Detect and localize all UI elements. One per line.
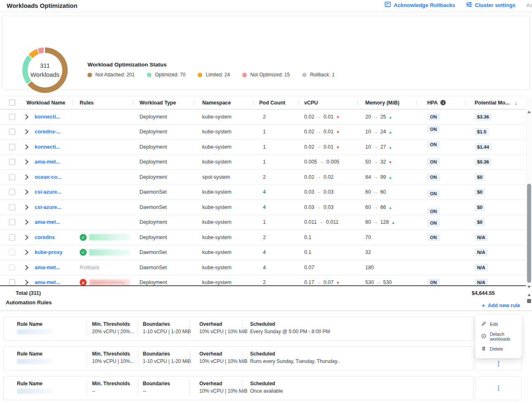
menu-item-delete[interactable]: Delete: [475, 343, 522, 355]
acknowledge-rollbacks-button[interactable]: Acknowledge Rollbacks: [385, 1, 455, 9]
workload-name-link[interactable]: ama-met...: [35, 219, 60, 225]
boundaries-value: 1-10 vCPU | 1-20 MiB: [143, 358, 191, 364]
rule-success-icon: ✓: [80, 249, 87, 256]
vcpu-value: 0.03→0.03: [304, 189, 333, 195]
menu-item-edit[interactable]: Edit: [475, 318, 522, 330]
workload-name-link[interactable]: coredns: [35, 235, 55, 240]
potential-savings-cell: $1.5: [475, 128, 489, 135]
table-row[interactable]: csi-azure... DaemonSet kube-system 4 0.0…: [0, 200, 526, 215]
workload-name-link[interactable]: ocean-co...: [35, 174, 61, 180]
row-checkbox[interactable]: [9, 159, 15, 165]
column-rules[interactable]: Rules: [80, 100, 94, 106]
vcpu-value: 0.1: [304, 249, 311, 255]
workload-name-link[interactable]: csi-azure...: [35, 189, 61, 195]
namespace: kube-system: [202, 159, 232, 165]
overhead-value: 10% vCPU | 10% MiB: [199, 388, 248, 394]
table-body: konnecti... Deployment kube-system 2 0.0…: [0, 109, 526, 290]
row-checkbox[interactable]: [9, 189, 15, 195]
column-hpa[interactable]: HPA: [427, 100, 446, 106]
column-workload-name[interactable]: Workload Name: [26, 100, 65, 106]
top-actions: Acknowledge Rollbacks Cluster settings A…: [385, 1, 532, 9]
row-checkbox[interactable]: [9, 234, 15, 240]
workload-name-link[interactable]: ama-met...: [35, 159, 60, 165]
workload-name-link[interactable]: coredns-...: [35, 129, 61, 135]
table-row[interactable]: ama-met... Deployment kube-system 1 0.01…: [0, 215, 526, 230]
select-all-checkbox[interactable]: [9, 100, 15, 106]
workload-name-link[interactable]: konnecti...: [35, 114, 60, 120]
expand-chevron-icon[interactable]: [24, 130, 28, 134]
table-scrollbar-thumb[interactable]: [527, 184, 531, 283]
column-potential-savings[interactable]: Potential Mo...↓: [475, 100, 517, 106]
row-checkbox[interactable]: [9, 280, 15, 286]
cluster-settings-button[interactable]: Cluster settings: [466, 2, 515, 9]
row-checkbox[interactable]: [9, 114, 15, 120]
table-row[interactable]: konnecti... Deployment kube-system 2 0.0…: [0, 109, 526, 125]
row-checkbox[interactable]: [9, 129, 15, 135]
add-new-rule-button[interactable]: + Add new rule: [482, 302, 520, 308]
hpa-cell: ON: [427, 190, 440, 197]
kebab-menu-icon[interactable]: [498, 386, 499, 391]
expand-chevron-icon[interactable]: [24, 175, 28, 179]
total-label: Total (311): [16, 290, 41, 296]
legend-dot: [147, 73, 151, 77]
kebab-menu-icon[interactable]: [498, 361, 499, 367]
expand-chevron-icon[interactable]: [24, 220, 28, 224]
workload-name-link[interactable]: ama-met...: [35, 280, 60, 285]
expand-chevron-icon[interactable]: [24, 145, 28, 149]
rule-name-redacted: [89, 279, 130, 286]
automation-rules-title: Automation Rules: [6, 299, 52, 306]
expand-chevron-icon[interactable]: [24, 251, 28, 254]
column-pod-count[interactable]: Pod Count: [259, 100, 285, 106]
table-row[interactable]: csi-azure... DaemonSet kube-system 4 0.0…: [0, 185, 526, 200]
scheduled-value: Once available: [250, 388, 283, 394]
column-memory[interactable]: Memory (MiB): [365, 100, 400, 106]
hpa-cell: ON: [427, 208, 440, 215]
overhead-label: Overhead: [199, 321, 222, 327]
row-checkbox[interactable]: [9, 249, 15, 256]
legend-dot: [242, 73, 247, 77]
legend-dot: [198, 73, 202, 77]
hpa-cell: ON: [427, 158, 440, 166]
table-row[interactable]: coredns ✓ Deployment kube-system 2 0.1 7…: [0, 230, 526, 245]
workload-name-link[interactable]: konnecti...: [35, 144, 60, 150]
scroll-up-arrow[interactable]: [527, 294, 531, 296]
workload-name-link[interactable]: kube-proxy: [35, 249, 62, 255]
row-checkbox[interactable]: [9, 219, 15, 225]
automation-rule-card: Rule Name Min. Thresholds -- Boundaries …: [3, 376, 474, 400]
expand-chevron-icon[interactable]: [24, 160, 28, 164]
expand-chevron-icon[interactable]: [24, 115, 28, 119]
table-row[interactable]: ama-met... Rollback DaemonSet kube-syste…: [0, 260, 526, 275]
expand-chevron-icon[interactable]: [24, 235, 28, 239]
expand-chevron-icon[interactable]: [24, 190, 28, 194]
column-workload-type[interactable]: Workload Type: [140, 100, 176, 106]
expand-chevron-icon[interactable]: [24, 205, 28, 209]
scroll-down-arrow[interactable]: [527, 286, 531, 288]
workload-name-link[interactable]: ama-met...: [35, 265, 60, 270]
rules-scrollbar-thumb[interactable]: [527, 299, 531, 303]
table-row[interactable]: konnecti... Deployment kube-system 1 0.0…: [0, 140, 526, 155]
info-icon[interactable]: [440, 100, 446, 105]
boundaries-value: --: [143, 388, 146, 394]
column-vcpu[interactable]: vCPU: [304, 100, 318, 106]
potential-savings-badge: $0: [475, 188, 485, 196]
table-row[interactable]: ocean-co... Deployment spot-system 2 0.0…: [0, 170, 526, 185]
menu-item-detach-workloads[interactable]: Detach workloads: [475, 330, 522, 343]
row-checkbox[interactable]: [9, 204, 15, 210]
expand-chevron-icon[interactable]: [24, 266, 28, 269]
row-checkbox[interactable]: [9, 144, 15, 150]
vcpu-value: 0.011→0.011: [304, 219, 338, 225]
workload-name-link[interactable]: csi-azure...: [35, 204, 61, 210]
rule-cell: ✓: [80, 249, 130, 256]
table-row[interactable]: ama-met... Deployment kube-system 1 0.00…: [0, 155, 526, 170]
row-checkbox[interactable]: [9, 264, 15, 270]
table-row[interactable]: coredns-... Deployment kube-system 1 0.0…: [0, 125, 526, 140]
hpa-cell: ON: [427, 219, 440, 227]
table-row[interactable]: kube-proxy ✓ DaemonSet kube-system 4 0.1…: [0, 245, 526, 261]
row-checkbox[interactable]: [9, 174, 15, 180]
namespace: kube-system: [202, 144, 232, 150]
scroll-up-arrow[interactable]: [527, 111, 531, 113]
table-header: Workload Name Rules Workload Type Namesp…: [0, 96, 526, 110]
expand-chevron-icon[interactable]: [24, 281, 28, 284]
column-namespace[interactable]: Namespace: [202, 100, 231, 106]
sort-descending-icon[interactable]: ↓: [515, 100, 518, 106]
